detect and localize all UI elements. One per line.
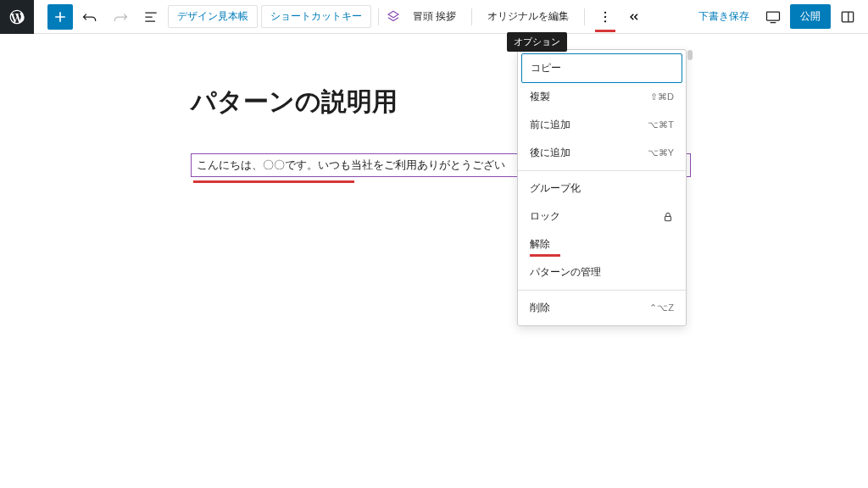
svg-rect-3 [767,12,780,20]
divider [378,8,379,25]
menu-add-before[interactable]: 前に追加 ⌥⌘T [521,111,682,139]
menu-add-before-label: 前に追加 [530,118,570,132]
collapse-toolbar-button[interactable] [622,5,646,29]
scrollbar[interactable] [687,50,693,60]
svg-point-0 [604,11,606,13]
redo-icon [112,8,129,25]
publish-button[interactable]: 公開 [790,4,831,29]
toolbar: デザイン見本帳 ショートカットキー 冒頭 挨拶 オリジナルを編集 下書き保存 公… [0,0,868,34]
edit-original-button[interactable]: オリジナルを編集 [479,6,577,27]
menu-delete-label: 削除 [530,301,550,315]
options-tooltip: オプション [507,32,567,52]
menu-copy[interactable]: コピー [521,53,682,83]
undo-button[interactable] [76,3,103,30]
menu-manage-patterns-label: パターンの管理 [530,265,601,280]
menu-delete[interactable]: 削除 ⌃⌥Z [521,294,682,322]
undo-icon [81,8,98,25]
svg-rect-4 [842,12,853,22]
chevron-double-left-icon [627,10,641,24]
menu-duplicate[interactable]: 複製 ⇧⌘D [521,83,682,111]
preview-button[interactable] [760,3,787,30]
divider [584,8,585,25]
options-button[interactable] [592,3,619,30]
preview-icon [765,8,782,25]
menu-duplicate-label: 複製 [530,90,550,104]
lock-icon [662,211,674,223]
menu-add-before-shortcut: ⌥⌘T [648,119,674,130]
annotation-underline [530,254,560,257]
dots-vertical-icon [598,9,613,25]
menu-add-after-label: 後に追加 [530,146,570,160]
wordpress-icon [8,8,25,25]
menu-group[interactable]: グループ化 [521,175,682,202]
menu-manage-patterns[interactable]: パターンの管理 [521,258,682,286]
block-paragraph-text: こんにちは、〇〇です。いつも当社をご利用ありがとうござい [197,158,505,173]
sidebar-icon [839,8,856,25]
annotation-underline [193,180,354,183]
svg-point-1 [604,15,606,17]
list-view-button[interactable] [137,3,164,30]
editor-content: パターンの説明用 こんにちは、〇〇です。いつも当社をご利用ありがとうござい [0,34,868,177]
menu-add-after-shortcut: ⌥⌘Y [648,147,674,158]
menu-lock-label: ロック [530,209,560,224]
redo-button[interactable] [107,3,134,30]
plus-icon [52,8,69,25]
menu-copy-label: コピー [531,61,561,75]
menu-duplicate-shortcut: ⇧⌘D [650,92,674,103]
options-dropdown: コピー 複製 ⇧⌘D 前に追加 ⌥⌘T 後に追加 ⌥⌘Y グループ化 ロック 解… [517,49,687,326]
menu-delete-shortcut: ⌃⌥Z [649,302,674,313]
menu-group-label: グループ化 [530,181,581,196]
block-name-label[interactable]: 冒頭 挨拶 [404,6,465,27]
menu-lock[interactable]: ロック [521,202,682,230]
divider [471,8,472,25]
menu-add-after[interactable]: 後に追加 ⌥⌘Y [521,139,682,167]
design-sample-button[interactable]: デザイン見本帳 [168,5,258,28]
pattern-icon [386,9,401,25]
list-icon [142,8,159,25]
wordpress-logo[interactable] [0,0,34,34]
svg-point-2 [604,20,606,22]
svg-rect-5 [665,216,671,220]
annotation-underline [595,30,615,32]
save-draft-button[interactable]: 下書き保存 [692,6,756,27]
sidebar-toggle-button[interactable] [834,3,861,30]
add-block-button[interactable] [47,4,73,30]
shortcut-keys-button[interactable]: ショートカットキー [261,5,371,28]
menu-detach-label: 解除 [530,237,550,252]
